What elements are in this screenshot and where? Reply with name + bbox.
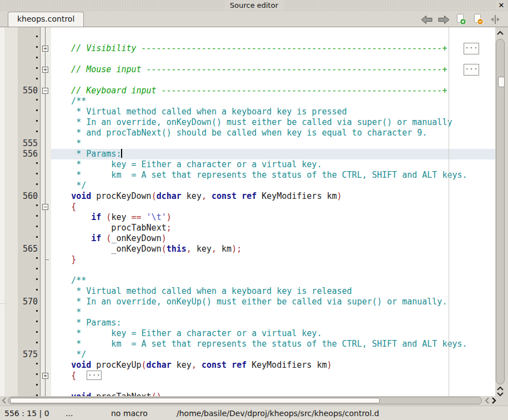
code-text[interactable] (51, 54, 495, 64)
folded-code-box[interactable]: ... (464, 43, 479, 54)
code-line[interactable]: if (_onKeyDown) (0, 233, 495, 244)
code-line[interactable] (0, 75, 495, 86)
tab-kheops-control[interactable]: kheops.control (8, 12, 84, 27)
code-line[interactable]: procTabNext; (0, 223, 495, 233)
fold-expand-icon[interactable]: + (42, 67, 48, 73)
code-line[interactable]: * and procTabNext() should be called whe… (0, 128, 495, 138)
code-line[interactable]: 555 * (0, 138, 495, 149)
code-text[interactable]: void procTabNext() (51, 392, 495, 396)
vertical-scrollbar[interactable] (495, 27, 508, 396)
code-line[interactable]: + // Visibility ------------------------… (0, 43, 495, 54)
folded-code-box[interactable]: ... (87, 371, 102, 380)
code-text[interactable] (51, 265, 495, 276)
code-line[interactable]: * Params: (0, 318, 495, 328)
code-line[interactable]: } (0, 254, 495, 265)
code-line[interactable]: + // Mouse input -----------------------… (0, 64, 495, 75)
code-text[interactable]: /** (51, 276, 495, 286)
code-text[interactable]: procTabNext; (51, 223, 495, 233)
code-text[interactable]: // Mouse input -------------------------… (51, 64, 495, 75)
forward-arrow-icon[interactable] (437, 14, 450, 25)
hscroll-thumb[interactable] (10, 398, 380, 403)
code-line[interactable]: 565 _onKeyDown(this, key, km); (0, 244, 495, 254)
code-line[interactable] (0, 54, 495, 64)
code-text[interactable] (51, 381, 495, 392)
code-line[interactable]: void procTabNext() (0, 392, 495, 396)
fold-expand-icon[interactable]: + (42, 373, 48, 379)
fold-collapse-icon[interactable]: − (42, 88, 48, 94)
code-text[interactable]: // Visibility --------------------------… (51, 43, 495, 54)
code-text[interactable]: * and procTabNext() should be called whe… (51, 128, 495, 138)
vscroll-thumb[interactable] (498, 77, 505, 87)
new-document-icon[interactable] (455, 14, 467, 25)
code-line[interactable]: */ (0, 181, 495, 191)
folded-code-box[interactable]: ... (464, 64, 479, 76)
fold-expand-icon[interactable]: + (42, 46, 48, 52)
code-text[interactable]: * (51, 138, 495, 149)
close-document-icon[interactable] (472, 14, 484, 25)
code-line[interactable]: /** (0, 96, 495, 107)
code-text[interactable]: // Keyboard input ----------------------… (51, 86, 495, 96)
code-line[interactable]: * key = Either a character or a virtual … (0, 159, 495, 170)
code-line[interactable]: − { (0, 202, 495, 212)
code-text[interactable]: void procKeyDown(dchar key, const ref Ke… (51, 191, 495, 202)
scroll-up-icon[interactable] (496, 30, 504, 36)
back-arrow-icon[interactable] (420, 14, 432, 25)
code-text[interactable]: * (51, 307, 495, 318)
code-line[interactable]: * km = A set that represents the status … (0, 170, 495, 181)
code-text[interactable]: * In an override, onKeyDown() must eithe… (51, 117, 495, 128)
code-line[interactable]: /** (0, 276, 495, 286)
code-text[interactable] (51, 75, 495, 86)
code-text[interactable]: /** (51, 96, 495, 107)
code-line[interactable] (0, 265, 495, 276)
scroll-left2-icon[interactable] (484, 397, 490, 404)
code-text[interactable]: void procKeyUp(dchar key, const ref KeyM… (51, 360, 495, 371)
code-line[interactable] (0, 33, 495, 43)
fold-collapse-icon[interactable]: − (42, 204, 48, 210)
scroll-up2-icon[interactable] (496, 386, 504, 391)
code-text[interactable]: * Virtual method called when a keyboard … (51, 107, 495, 117)
code-text[interactable]: { (51, 202, 495, 212)
code-text[interactable]: * Params: (51, 149, 495, 159)
scroll-right-icon[interactable] (490, 397, 497, 404)
code-text[interactable]: } (51, 254, 495, 265)
code-line[interactable]: * In an override, onKeyDown() must eithe… (0, 117, 495, 128)
code-text[interactable]: * km = A set that represents the status … (51, 339, 495, 349)
hscroll-groove[interactable] (8, 397, 482, 404)
code-line[interactable]: if (key == '\t') (0, 212, 495, 223)
code-line[interactable]: * km = A set that represents the status … (0, 339, 495, 349)
code-text[interactable]: * km = A set that represents the status … (51, 170, 495, 181)
code-line[interactable]: 575 */ (0, 349, 495, 360)
code-text[interactable]: * In an override, onKeyUp() must either … (51, 297, 495, 307)
code-text[interactable]: _onKeyDown(this, key, km); (51, 244, 495, 254)
code-line[interactable]: 570 * In an override, onKeyUp() must eit… (0, 297, 495, 307)
code-line[interactable]: void procKeyUp(dchar key, const ref KeyM… (0, 360, 495, 371)
code-text[interactable]: */ (51, 349, 495, 360)
code-editor[interactable]: ··· + // Visibility --------------------… (0, 27, 508, 396)
code-text[interactable]: if (key == '\t') (51, 212, 495, 223)
title-bar[interactable]: Source editor ✕ (0, 0, 508, 11)
code-text[interactable]: * key = Either a character or a virtual … (51, 328, 495, 339)
code-text[interactable]: * Virtual method called when a keyboard … (51, 286, 495, 297)
code-line[interactable]: * (0, 307, 495, 318)
code-line[interactable] (0, 381, 495, 392)
code-line[interactable]: 550− // Keyboard input -----------------… (0, 86, 495, 96)
code-token: ref (242, 191, 256, 201)
code-text[interactable]: * Params: (51, 318, 495, 328)
code-line[interactable]: 560 void procKeyDown(dchar key, const re… (0, 191, 495, 202)
code-text[interactable] (51, 33, 495, 43)
code-line[interactable]: * Virtual method called when a keyboard … (0, 286, 495, 297)
code-text[interactable]: {... (51, 371, 495, 381)
close-window-icon[interactable]: ✕ (497, 0, 506, 11)
code-line[interactable]: * key = Either a character or a virtual … (0, 328, 495, 339)
vscroll-groove[interactable] (496, 39, 505, 384)
horizontal-scrollbar[interactable] (0, 396, 508, 406)
code-text[interactable]: if (_onKeyDown) (51, 233, 495, 244)
code-token: key (192, 244, 212, 254)
split-editor-icon[interactable] (489, 14, 501, 25)
code-line[interactable]: 556 * Params: (0, 149, 495, 159)
code-line[interactable]: + {... (0, 371, 495, 381)
code-line[interactable]: * Virtual method called when a keyboard … (0, 107, 495, 117)
code-text[interactable]: */ (51, 181, 495, 191)
scroll-left-icon[interactable] (1, 397, 7, 404)
code-text[interactable]: * key = Either a character or a virtual … (51, 159, 495, 170)
